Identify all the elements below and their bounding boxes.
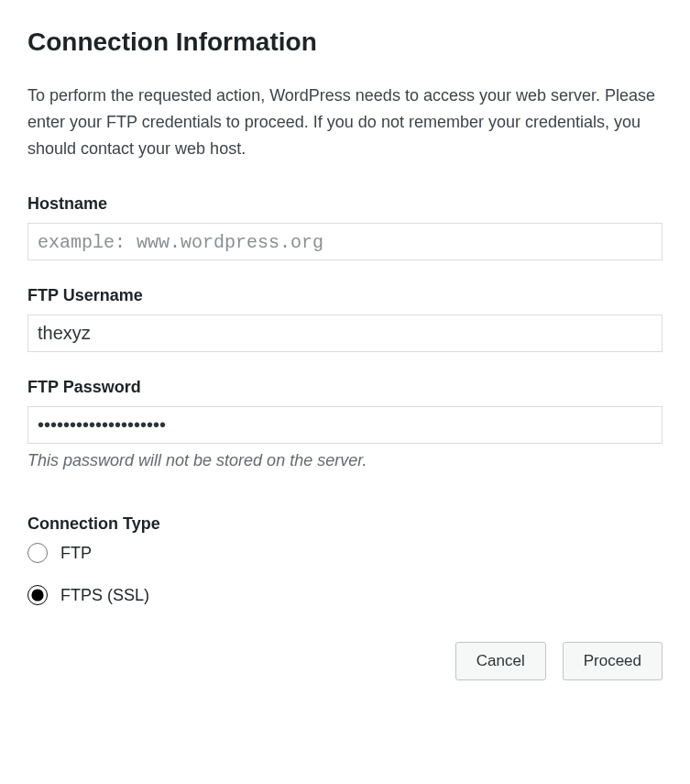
ftp-radio-label[interactable]: FTP — [60, 544, 92, 563]
username-field-group: FTP Username — [27, 286, 663, 352]
ftp-username-input[interactable] — [27, 315, 663, 352]
password-field-group: FTP Password This password will not be s… — [27, 378, 663, 470]
radio-option-ftps: FTPS (SSL) — [27, 585, 663, 605]
proceed-button[interactable]: Proceed — [563, 642, 663, 680]
connection-type-heading: Connection Type — [27, 514, 663, 534]
radio-option-ftp: FTP — [27, 543, 663, 563]
hostname-input[interactable] — [27, 223, 663, 260]
ftp-username-label: FTP Username — [27, 286, 663, 305]
ftps-radio[interactable] — [27, 585, 48, 605]
button-row: Cancel Proceed — [27, 642, 663, 680]
ftp-radio[interactable] — [27, 543, 48, 563]
page-description: To perform the requested action, WordPre… — [27, 83, 663, 161]
hostname-label: Hostname — [27, 194, 663, 214]
password-help-text: This password will not be stored on the … — [27, 451, 663, 470]
ftp-password-input[interactable] — [27, 406, 663, 444]
connection-type-group: Connection Type FTP FTPS (SSL) — [27, 514, 663, 605]
ftps-radio-label[interactable]: FTPS (SSL) — [60, 586, 149, 605]
ftp-password-label: FTP Password — [27, 378, 663, 397]
page-title: Connection Information — [27, 28, 663, 57]
cancel-button[interactable]: Cancel — [455, 642, 546, 680]
hostname-field-group: Hostname — [27, 194, 663, 260]
